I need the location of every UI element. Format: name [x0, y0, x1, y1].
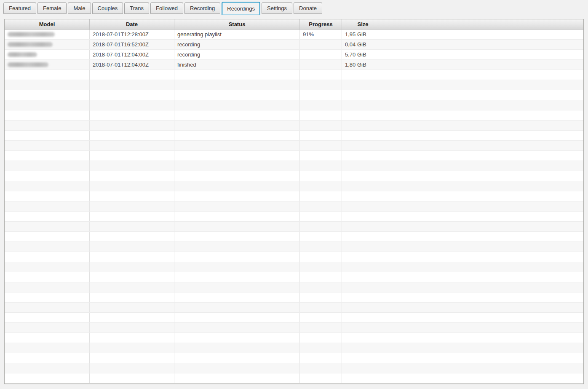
cell-status	[174, 100, 300, 110]
tab-recordings[interactable]: Recordings	[222, 2, 260, 15]
column-header-progress[interactable]: Progress	[300, 19, 342, 29]
cell-model	[5, 343, 90, 353]
cell-text: 5,70 GiB	[345, 51, 366, 58]
tab-recording[interactable]: Recording	[184, 2, 220, 14]
cell-status	[174, 373, 300, 383]
table-row-empty[interactable]	[5, 151, 583, 161]
table-row[interactable]: 2018-07-01T12:28:00Zgenerating playlist9…	[5, 30, 583, 40]
table-row-empty[interactable]	[5, 80, 583, 90]
cell-filler	[384, 262, 583, 272]
table-row-empty[interactable]	[5, 141, 583, 151]
tab-couples[interactable]: Couples	[92, 2, 123, 14]
column-header-size[interactable]: Size	[342, 19, 384, 29]
cell-progress	[300, 313, 342, 322]
cell-size	[342, 181, 384, 191]
table-row-empty[interactable]	[5, 232, 583, 242]
table-row-empty[interactable]	[5, 282, 583, 292]
table-row[interactable]: 2018-07-01T12:04:00Zfinished1,80 GiB	[5, 60, 583, 70]
cell-status: recording	[174, 40, 300, 49]
cell-filler	[384, 121, 583, 130]
cell-filler	[384, 191, 583, 201]
tab-followed[interactable]: Followed	[150, 2, 183, 14]
cell-text: generating playlist	[177, 31, 222, 38]
table-row-empty[interactable]	[5, 201, 583, 212]
cell-model	[5, 262, 90, 272]
tab-female[interactable]: Female	[37, 2, 67, 14]
table-row-empty[interactable]	[5, 90, 583, 100]
cell-date	[90, 292, 174, 302]
cell-text: finished	[177, 62, 196, 68]
table-row-empty[interactable]	[5, 303, 583, 313]
table-row-empty[interactable]	[5, 121, 583, 131]
cell-status	[174, 80, 300, 90]
tab-male[interactable]: Male	[68, 2, 91, 14]
cell-size	[342, 171, 384, 181]
cell-filler	[384, 373, 583, 383]
table-row-empty[interactable]	[5, 171, 583, 181]
table-row-empty[interactable]	[5, 313, 583, 323]
tab-trans[interactable]: Trans	[124, 2, 149, 14]
cell-progress	[300, 373, 342, 383]
cell-model	[5, 333, 90, 343]
cell-status	[174, 272, 300, 282]
cell-size	[342, 252, 384, 262]
cell-model	[5, 100, 90, 110]
table-row-empty[interactable]	[5, 343, 583, 353]
cell-model	[5, 90, 90, 100]
cell-date	[90, 353, 174, 363]
cell-progress	[300, 151, 342, 161]
cell-status: generating playlist	[174, 30, 300, 39]
table-row-empty[interactable]	[5, 363, 583, 373]
column-header-model[interactable]: Model	[5, 19, 90, 29]
table-row-empty[interactable]	[5, 373, 583, 384]
table-row-empty[interactable]	[5, 333, 583, 343]
cell-size	[342, 313, 384, 322]
table-row-empty[interactable]	[5, 252, 583, 262]
cell-status	[174, 242, 300, 252]
table-row-empty[interactable]	[5, 272, 583, 282]
cell-progress	[300, 353, 342, 363]
table-row-empty[interactable]	[5, 161, 583, 171]
table-row-empty[interactable]	[5, 353, 583, 363]
column-header-status[interactable]: Status	[174, 19, 300, 29]
column-header-date[interactable]: Date	[90, 19, 174, 29]
cell-progress	[300, 292, 342, 302]
cell-size	[342, 90, 384, 100]
cell-status	[174, 252, 300, 262]
table-row-empty[interactable]	[5, 100, 583, 110]
cell-progress	[300, 100, 342, 110]
table-row-empty[interactable]	[5, 222, 583, 232]
tab-featured[interactable]: Featured	[3, 2, 36, 14]
cell-filler	[384, 363, 583, 373]
table-row-empty[interactable]	[5, 191, 583, 201]
cell-date	[90, 141, 174, 150]
tab-settings[interactable]: Settings	[262, 2, 292, 14]
table-row-empty[interactable]	[5, 323, 583, 333]
table-row[interactable]: 2018-07-01T12:04:00Zrecording5,70 GiB	[5, 50, 583, 60]
cell-size	[342, 201, 384, 211]
cell-status	[174, 110, 300, 120]
cell-model	[5, 131, 90, 140]
cell-model	[5, 323, 90, 333]
table-row-empty[interactable]	[5, 110, 583, 121]
cell-progress	[300, 282, 342, 292]
cell-filler	[384, 30, 583, 39]
cell-date	[90, 262, 174, 272]
cell-size	[342, 121, 384, 130]
column-header-label: Model	[39, 21, 55, 27]
cell-date	[90, 212, 174, 221]
table-row-empty[interactable]	[5, 242, 583, 252]
cell-date: 2018-07-01T16:52:00Z	[90, 40, 174, 49]
tab-donate[interactable]: Donate	[294, 2, 322, 14]
table-row-empty[interactable]	[5, 212, 583, 222]
table-row-empty[interactable]	[5, 131, 583, 141]
cell-filler	[384, 60, 583, 70]
table-row[interactable]: 2018-07-01T16:52:00Zrecording0,04 GiB	[5, 40, 583, 50]
cell-filler	[384, 110, 583, 120]
table-row-empty[interactable]	[5, 292, 583, 303]
cell-size	[342, 70, 384, 80]
table-row-empty[interactable]	[5, 181, 583, 191]
table-row-empty[interactable]	[5, 70, 583, 80]
table-row-empty[interactable]	[5, 262, 583, 272]
cell-date	[90, 232, 174, 241]
